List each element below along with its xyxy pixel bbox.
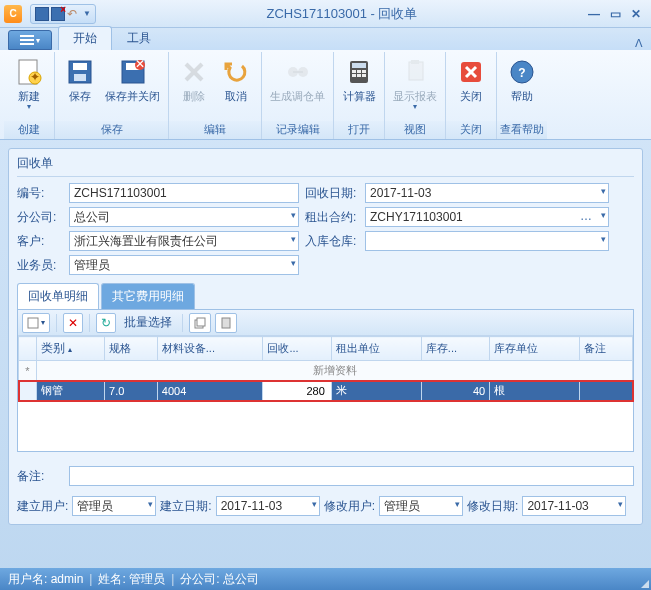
input-branch[interactable]: 总公司▾ — [69, 207, 299, 227]
undo-icon — [220, 56, 252, 88]
cell-recv[interactable]: 280 — [263, 381, 331, 401]
input-mdate[interactable]: 2017-11-03▾ — [522, 496, 626, 516]
group-view-label: 视图 — [385, 121, 445, 139]
svg-rect-1 — [20, 39, 34, 41]
tb-refresh-button[interactable]: ↻ — [96, 313, 116, 333]
col-category[interactable]: 类别 ▴ — [37, 337, 105, 361]
input-date[interactable]: 2017-11-03▾ — [365, 183, 609, 203]
gen-order-button[interactable]: 生成调仓单 — [266, 54, 329, 105]
grid-toolbar: ▾ ✕ ↻ 批量选择 — [18, 310, 633, 336]
input-cdate[interactable]: 2017-11-03▾ — [216, 496, 320, 516]
input-remark[interactable] — [69, 466, 634, 486]
svg-rect-8 — [74, 74, 86, 81]
lbl-branch: 分公司: — [17, 209, 69, 226]
chevron-down-icon: ▾ — [601, 186, 606, 196]
cell-category[interactable]: 钢管 — [37, 381, 105, 401]
svg-rect-0 — [20, 35, 34, 37]
close-button[interactable]: 关闭 — [450, 54, 492, 105]
qat-save-close-icon[interactable] — [51, 7, 65, 21]
tb-delete-button[interactable]: ✕ — [63, 313, 83, 333]
ellipsis-icon[interactable]: … — [580, 209, 592, 223]
lbl-warehouse: 入库仓库: — [305, 233, 365, 250]
cell-stock-unit[interactable]: 根 — [490, 381, 580, 401]
cell-remark[interactable] — [580, 381, 633, 401]
lbl-remark: 备注: — [17, 468, 65, 485]
tab-other-cost[interactable]: 其它费用明细 — [101, 283, 195, 309]
input-contract[interactable]: ZCHY171103001…▾ — [365, 207, 609, 227]
svg-text:✦: ✦ — [30, 70, 40, 84]
new-row[interactable]: *新增资料 — [19, 361, 633, 381]
lbl-cdate: 建立日期: — [160, 498, 211, 515]
help-button[interactable]: ? 帮助 — [501, 54, 543, 105]
chevron-down-icon: ▾ — [27, 102, 31, 111]
chevron-down-icon: ▾ — [291, 210, 296, 220]
qat-save-icon[interactable] — [35, 7, 49, 21]
group-create-label: 创建 — [4, 121, 54, 139]
svg-rect-35 — [222, 318, 230, 328]
new-button[interactable]: ✦ 新建 ▾ — [8, 54, 50, 113]
qat-undo-icon[interactable]: ↶ — [67, 7, 81, 21]
svg-rect-24 — [362, 74, 366, 77]
group-save-label: 保存 — [55, 121, 168, 139]
ribbon-tab-strip: ▾ 开始 工具 ᐱ — [0, 28, 651, 50]
lbl-muser: 修改用户: — [324, 498, 375, 515]
save-button[interactable]: 保存 — [59, 54, 101, 105]
svg-rect-23 — [357, 74, 361, 77]
input-warehouse[interactable]: ▾ — [365, 231, 609, 251]
chevron-down-icon: ▾ — [455, 499, 460, 509]
col-spec[interactable]: 规格 — [105, 337, 158, 361]
col-rent-unit[interactable]: 租出单位 — [331, 337, 421, 361]
tb-paste-button[interactable] — [215, 313, 237, 333]
close-window-button[interactable]: ✕ — [631, 7, 641, 21]
app-menu-button[interactable]: ▾ — [8, 30, 52, 50]
tab-detail[interactable]: 回收单明细 — [17, 283, 99, 309]
cell-equip[interactable]: 4004 — [157, 381, 263, 401]
tab-tools[interactable]: 工具 — [112, 26, 166, 50]
delete-button[interactable]: 删除 — [173, 54, 215, 105]
status-bar: 用户名: admin| 姓名: 管理员| 分公司: 总公司 — [0, 568, 651, 590]
report-icon — [399, 56, 431, 88]
delete-icon — [178, 56, 210, 88]
cell-stock[interactable]: 40 — [421, 381, 489, 401]
col-stock-unit[interactable]: 库存单位 — [490, 337, 580, 361]
input-agent[interactable]: 管理员▾ — [69, 255, 299, 275]
lbl-no: 编号: — [17, 185, 69, 202]
calculator-button[interactable]: 计算器 — [338, 54, 380, 105]
report-button[interactable]: 显示报表 ▾ — [389, 54, 441, 113]
tb-new-button[interactable]: ▾ — [22, 313, 50, 333]
input-no[interactable]: ZCHS171103001 — [69, 183, 299, 203]
window-title: ZCHS171103001 - 回收单 — [96, 5, 588, 23]
col-stock[interactable]: 库存... — [421, 337, 489, 361]
table-row[interactable]: 钢管 7.0 4004 280 米 40 根 — [19, 381, 633, 401]
svg-rect-7 — [73, 63, 87, 70]
col-remark[interactable]: 备注 — [580, 337, 633, 361]
lbl-date: 回收日期: — [305, 185, 365, 202]
col-selector[interactable] — [19, 337, 37, 361]
qat-dropdown-icon[interactable]: ▼ — [83, 9, 91, 18]
input-customer[interactable]: 浙江兴海置业有限责任公司▾ — [69, 231, 299, 251]
ribbon-collapse-icon[interactable]: ᐱ — [635, 37, 643, 50]
cancel-button[interactable]: 取消 — [215, 54, 257, 105]
save-icon — [64, 56, 96, 88]
minimize-button[interactable]: — — [588, 7, 600, 21]
cell-rent-unit[interactable]: 米 — [331, 381, 421, 401]
svg-rect-21 — [362, 70, 366, 73]
col-recv[interactable]: 回收... — [263, 337, 331, 361]
save-close-button[interactable]: ✕ 保存并关闭 — [101, 54, 164, 105]
chevron-down-icon: ▾ — [601, 210, 606, 220]
tb-copy-button[interactable] — [189, 313, 211, 333]
svg-rect-34 — [197, 318, 205, 326]
ribbon: ✦ 新建 ▾ 创建 保存 ✕ 保存并关闭 保存 删除 — [0, 50, 651, 140]
resize-grip-icon[interactable] — [641, 580, 649, 588]
svg-rect-18 — [352, 63, 366, 68]
calculator-icon — [343, 56, 375, 88]
col-equip[interactable]: 材料设备... — [157, 337, 263, 361]
tab-start[interactable]: 开始 — [58, 26, 112, 50]
maximize-button[interactable]: ▭ — [610, 7, 621, 21]
tb-batch-button[interactable]: 批量选择 — [120, 313, 176, 333]
save-close-icon: ✕ — [117, 56, 149, 88]
input-muser[interactable]: 管理员▾ — [379, 496, 463, 516]
chevron-down-icon: ▾ — [148, 499, 153, 509]
cell-spec[interactable]: 7.0 — [105, 381, 158, 401]
input-cuser[interactable]: 管理员▾ — [72, 496, 156, 516]
